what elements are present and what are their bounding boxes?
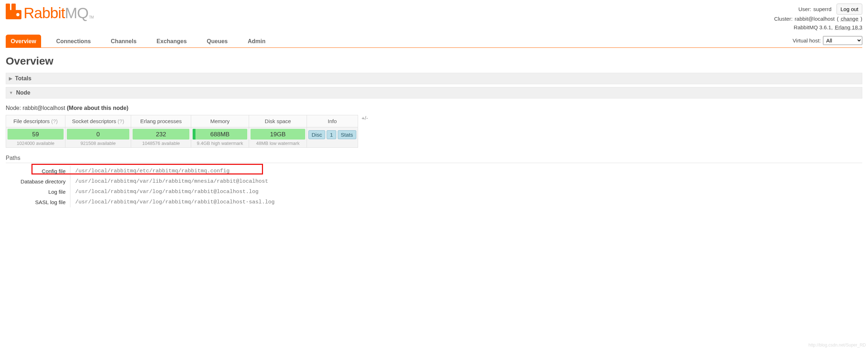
path-key: Log file: [6, 187, 70, 197]
disk-sub: 48MB low watermark: [251, 140, 305, 146]
path-row-config: Config file /usr/local/rabbitmq/etc/rabb…: [6, 166, 279, 176]
cluster-change-link[interactable]: change: [841, 15, 858, 23]
tab-overview[interactable]: Overview: [6, 35, 41, 47]
tab-connections[interactable]: Connections: [51, 35, 96, 47]
erlang-version-link[interactable]: Erlang 18.3: [835, 23, 862, 32]
logo-tm: TM: [88, 15, 93, 23]
ep-sub: 1048576 available: [133, 140, 189, 146]
info-badge-stats: Stats: [338, 130, 356, 139]
user-label: User:: [798, 5, 811, 14]
section-node-toggle[interactable]: ▼ Node: [6, 87, 862, 98]
page-title: Overview: [6, 55, 862, 67]
version-text: RabbitMQ 3.6.1,: [794, 23, 833, 32]
vhost-select[interactable]: All: [823, 36, 862, 45]
path-row-log: Log file /usr/local/rabbitmq/var/log/rab…: [6, 187, 279, 197]
path-value: /usr/local/rabbitmq/var/lib/rabbitmq/mne…: [70, 176, 279, 187]
cluster-change-paren: (: [837, 15, 839, 23]
logo-text-mq: MQ: [65, 5, 88, 22]
tab-exchanges[interactable]: Exchanges: [152, 35, 192, 47]
paths-table: Config file /usr/local/rabbitmq/etc/rabb…: [6, 166, 279, 207]
logo-text-rabbit: Rabbit: [24, 5, 65, 22]
col-fd-header: File descriptors (?): [6, 115, 65, 127]
disk-value: 19GB: [251, 129, 305, 140]
col-disk-header: Disk space: [249, 115, 307, 127]
help-icon[interactable]: (?): [51, 118, 58, 124]
tab-queues[interactable]: Queues: [202, 35, 233, 47]
vhost-label: Virtual host:: [793, 37, 821, 44]
node-heading: Node: rabbit@localhost (More about this …: [6, 105, 862, 111]
sd-sub: 921508 available: [67, 140, 129, 146]
section-node-label: Node: [16, 90, 30, 96]
path-key: SASL log file: [6, 197, 70, 207]
fd-sub: 1024000 available: [8, 140, 64, 146]
more-about-node-link[interactable]: (More about this node): [67, 105, 128, 111]
path-row-sasl: SASL log file /usr/local/rabbitmq/var/lo…: [6, 197, 279, 207]
path-key: Database directory: [6, 176, 70, 187]
tab-channels[interactable]: Channels: [106, 35, 142, 47]
caret-down-icon: ▼: [9, 90, 13, 95]
info-badge-1: 1: [327, 130, 336, 139]
logo: RabbitMQTM: [6, 4, 94, 23]
node-stats-table: File descriptors (?) Socket descriptors …: [6, 115, 358, 148]
rabbitmq-logo-icon: [6, 4, 21, 23]
svg-point-3: [16, 13, 20, 16]
user-value: superrd: [813, 5, 832, 14]
ep-value: 232: [133, 129, 189, 140]
cluster-label: Cluster:: [774, 15, 793, 23]
help-icon[interactable]: (?): [118, 118, 124, 124]
mem-value: 688MB: [193, 129, 247, 140]
caret-right-icon: ▶: [9, 76, 12, 81]
section-totals-label: Totals: [15, 75, 31, 82]
tab-admin[interactable]: Admin: [243, 35, 271, 47]
paths-heading: Paths: [6, 155, 862, 161]
cluster-value: rabbit@localhost: [795, 15, 835, 23]
path-row-db: Database directory /usr/local/rabbitmq/v…: [6, 176, 279, 187]
path-value: /usr/local/rabbitmq/etc/rabbitmq/rabbitm…: [70, 166, 279, 176]
path-value: /usr/local/rabbitmq/var/log/rabbitmq/rab…: [70, 187, 279, 197]
path-key: Config file: [6, 166, 70, 176]
mem-sub: 9.4GB high watermark: [193, 140, 247, 146]
logout-button[interactable]: Log out: [837, 4, 862, 15]
sd-value: 0: [67, 129, 129, 140]
col-info-header: Info: [307, 115, 358, 127]
info-badge-disc: Disc: [308, 130, 325, 139]
section-totals-toggle[interactable]: ▶ Totals: [6, 73, 862, 84]
columns-toggle[interactable]: +/-: [358, 115, 368, 121]
col-sd-header: Socket descriptors (?): [65, 115, 131, 127]
col-mem-header: Memory: [191, 115, 249, 127]
fd-value: 59: [8, 129, 64, 140]
path-value: /usr/local/rabbitmq/var/log/rabbitmq/rab…: [70, 197, 279, 207]
col-ep-header: Erlang processes: [131, 115, 191, 127]
